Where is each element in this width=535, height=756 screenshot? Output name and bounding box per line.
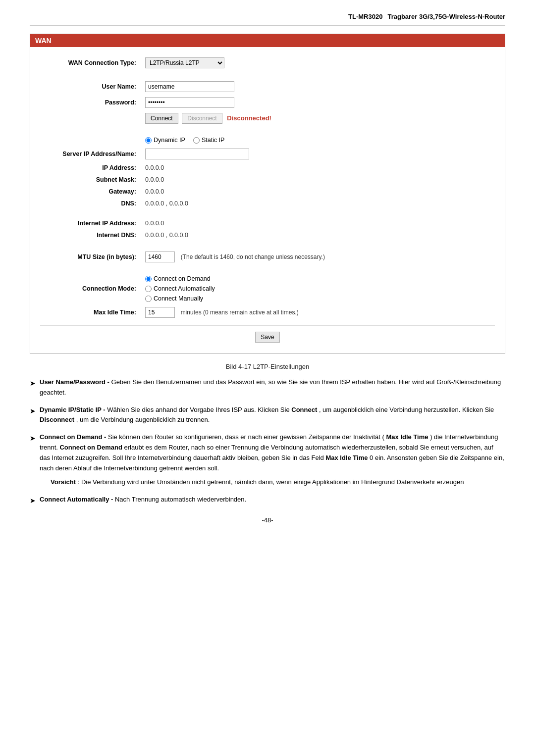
vorsicht-block: Vorsicht : Die Verbindung wird unter Ums…	[51, 477, 505, 488]
connect-manually-radio[interactable]	[145, 296, 152, 302]
max-idle-row: Max Idle Time: minutes (0 means remain a…	[40, 304, 495, 320]
list-item-2: ➤ Dynamic IP/Static IP - Wählen Sie dies…	[30, 405, 505, 426]
list-item-3-bold: Connect on Demand -	[40, 433, 106, 441]
wan-title: WAN	[35, 37, 52, 45]
user-name-label: User Name:	[40, 79, 139, 95]
connect-automatically-option[interactable]: Connect Automatically	[145, 285, 492, 292]
static-ip-label: Static IP	[202, 137, 225, 144]
static-ip-radio[interactable]	[193, 137, 200, 144]
arrow-icon-1: ➤	[30, 378, 36, 389]
max-idle-note: minutes (0 means remain active at all ti…	[181, 309, 299, 316]
list-item-4-content: Connect Automatically - Nach Trennung au…	[40, 495, 505, 505]
user-name-row: User Name:	[40, 79, 495, 95]
arrow-icon-2: ➤	[30, 405, 36, 416]
separator-row-3	[40, 209, 495, 217]
dns-label: DNS:	[40, 198, 139, 209]
internet-ip-row: Internet IP Address: 0.0.0.0	[40, 217, 495, 229]
password-label: Password:	[40, 95, 139, 110]
list-item-2-content: Dynamic IP/Static IP - Wählen Sie dies a…	[40, 405, 505, 426]
separator-row-5	[40, 265, 495, 273]
connection-mode-label: Connection Mode:	[40, 273, 139, 304]
header-bar: TL-MR3020 Tragbarer 3G/3,75G-Wireless-N-…	[30, 10, 505, 26]
gateway-label: Gateway:	[40, 186, 139, 198]
list-item-1-content: User Name/Password - Geben Sie den Benut…	[40, 377, 505, 398]
dynamic-ip-option[interactable]: Dynamic IP	[145, 137, 185, 144]
password-value	[139, 95, 495, 110]
list-item-2-text3: , um die Verbindung augenblicklich zu tr…	[76, 416, 210, 423]
separator-row-4	[40, 241, 495, 249]
server-ip-label: Server IP Address/Name:	[40, 146, 139, 162]
list-item-4: ➤ Connect Automatically - Nach Trennung …	[30, 495, 505, 506]
list-item-2-connect: Connect	[291, 406, 317, 413]
list-item-1: ➤ User Name/Password - Geben Sie den Ben…	[30, 377, 505, 398]
wan-connection-type-select[interactable]: L2TP/Russia L2TP	[145, 57, 224, 68]
connect-automatically-radio[interactable]	[145, 286, 152, 292]
server-ip-input[interactable]	[145, 149, 249, 159]
connect-manually-label: Connect Manually	[154, 295, 203, 302]
connect-on-demand-label: Connect on Demand	[154, 275, 211, 282]
list-item-3-connect-on-demand: Connect on Demand	[59, 444, 122, 451]
list-item-2-disconnect: Disconnect	[40, 416, 74, 423]
wan-connection-type-row: WAN Connection Type: L2TP/Russia L2TP	[40, 55, 495, 71]
ip-address-label: IP Address:	[40, 162, 139, 174]
max-idle-label: Max Idle Time:	[40, 304, 139, 320]
description-label: Tragbarer 3G/3,75G-Wireless-N-Router	[387, 13, 505, 20]
connection-mode-group: Connect on Demand Connect Automatically …	[145, 275, 492, 302]
ip-address-row: IP Address: 0.0.0.0	[40, 162, 495, 174]
arrow-icon-4: ➤	[30, 495, 36, 506]
list-item-2-text2: , um augenblicklich eine Verbindung herz…	[319, 406, 494, 413]
list-item-1-bold: User Name/Password -	[40, 378, 109, 386]
internet-ip-value: 0.0.0.0	[139, 217, 495, 229]
wan-connection-type-label: WAN Connection Type:	[40, 55, 139, 71]
page-number: -48-	[30, 516, 505, 524]
connect-manually-option[interactable]: Connect Manually	[145, 295, 492, 302]
list-item-3-max-idle: Max Idle Time	[386, 433, 428, 441]
figure-caption: Bild 4-17 L2TP-Einstellungen	[30, 363, 505, 370]
vorsicht-text: : Die Verbindung wird unter Umständen ni…	[78, 478, 464, 486]
password-row: Password:	[40, 95, 495, 110]
mtu-input[interactable]	[145, 252, 175, 262]
internet-dns-row: Internet DNS: 0.0.0.0 , 0.0.0.0	[40, 229, 495, 241]
wan-connection-type-value: L2TP/Russia L2TP	[139, 55, 495, 71]
wan-form-table: WAN Connection Type: L2TP/Russia L2TP Us…	[40, 55, 495, 320]
max-idle-input[interactable]	[145, 307, 175, 318]
dns-row: DNS: 0.0.0.0 , 0.0.0.0	[40, 198, 495, 209]
save-button[interactable]: Save	[255, 332, 279, 343]
description-list: ➤ User Name/Password - Geben Sie den Ben…	[30, 377, 505, 506]
user-name-input[interactable]	[145, 81, 234, 92]
arrow-icon-3: ➤	[30, 433, 36, 444]
list-item-4-bold: Connect Automatically -	[40, 496, 113, 503]
connect-on-demand-radio[interactable]	[145, 276, 152, 282]
gateway-value: 0.0.0.0	[139, 186, 495, 198]
connection-mode-row: Connection Mode: Connect on Demand Conne…	[40, 273, 495, 304]
connect-buttons-row: Connect Disconnect Disconnected!	[40, 110, 495, 126]
connect-button[interactable]: Connect	[145, 113, 178, 124]
connect-automatically-label: Connect Automatically	[154, 285, 215, 292]
save-row: Save	[40, 325, 495, 346]
list-item-4-text: Nach Trennung automatisch wiederverbinde…	[115, 496, 246, 503]
connect-on-demand-option[interactable]: Connect on Demand	[145, 275, 492, 282]
server-ip-row: Server IP Address/Name:	[40, 146, 495, 162]
list-item-3-content: Connect on Demand - Sie können den Route…	[40, 432, 505, 488]
dynamic-ip-radio[interactable]	[145, 137, 152, 144]
mtu-label: MTU Size (in bytes):	[40, 249, 139, 265]
static-ip-option[interactable]: Static IP	[193, 137, 225, 144]
separator-row-2	[40, 126, 495, 134]
internet-dns-label: Internet DNS:	[40, 229, 139, 241]
model-label: TL-MR3020	[348, 13, 382, 20]
ip-type-radio-group: Dynamic IP Static IP	[145, 137, 492, 144]
list-item-2-text: Wählen Sie dies anhand der Vorgabe Ihres…	[107, 406, 291, 413]
user-name-value	[139, 79, 495, 95]
password-input[interactable]	[145, 97, 234, 108]
list-item-2-bold: Dynamic IP/Static IP -	[40, 406, 106, 413]
disconnected-status: Disconnected!	[227, 114, 271, 122]
mtu-value-cell: (The default is 1460, do not change unle…	[139, 249, 495, 265]
internet-dns-value: 0.0.0.0 , 0.0.0.0	[139, 229, 495, 241]
disconnect-button[interactable]: Disconnect	[182, 113, 222, 124]
subnet-mask-value: 0.0.0.0	[139, 174, 495, 186]
mtu-row: MTU Size (in bytes): (The default is 146…	[40, 249, 495, 265]
separator-row-1	[40, 71, 495, 79]
internet-ip-label: Internet IP Address:	[40, 217, 139, 229]
dynamic-ip-label: Dynamic IP	[154, 137, 185, 144]
wan-box-header: WAN	[30, 34, 505, 47]
